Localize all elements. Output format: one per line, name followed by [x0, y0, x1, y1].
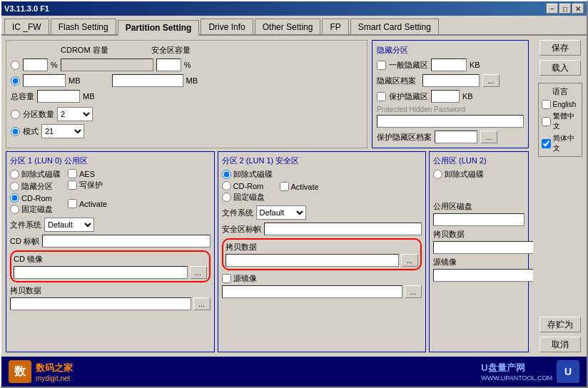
protect-file-browse[interactable]: ...	[480, 131, 497, 143]
cdrom-radio1[interactable]	[11, 61, 20, 70]
lun1-safety-label-input[interactable]	[264, 223, 422, 235]
hidden-file-label: 隐藏区档案	[377, 76, 420, 86]
lang-title: 语言	[542, 86, 579, 97]
protect-file-input[interactable]	[435, 131, 477, 143]
mode-label: 模式	[23, 126, 39, 137]
tab-flash-setting[interactable]: Flash Setting	[51, 19, 116, 34]
lun0-fs-select[interactable]: Default	[44, 218, 94, 232]
close-button[interactable]: ✕	[572, 4, 584, 14]
lun1-copy-data-input[interactable]	[225, 254, 400, 267]
protected-password-input[interactable]	[377, 115, 524, 128]
lun1-fixed-label: 固定磁盘	[233, 192, 265, 203]
cdrom-radio2[interactable]	[11, 76, 20, 86]
lun2-removable-label: 卸除式磁碟	[445, 169, 484, 180]
tab-drive-info[interactable]: Drive Info	[201, 19, 253, 34]
lun1-fs-select[interactable]: Default	[256, 205, 306, 220]
tab-partition-setting[interactable]: Partition Setting	[118, 20, 200, 36]
title-bar: V3.11.3.0 F1 − □ ✕	[1, 1, 587, 16]
cdrom-percent1[interactable]	[23, 58, 48, 71]
save-as-button[interactable]: 存贮为	[539, 317, 581, 332]
kb-unit1: KB	[470, 61, 480, 69]
total-capacity[interactable]	[37, 90, 80, 103]
lun0-copy-data-input[interactable]	[10, 297, 191, 310]
hidden-file-input[interactable]	[422, 74, 480, 87]
simplified-label: 简体中文	[553, 133, 579, 153]
lun0-aes-label: AES	[79, 170, 95, 178]
lun0-cd-label-input[interactable]	[42, 235, 211, 247]
total-unit: MB	[83, 92, 95, 101]
general-hidden-check[interactable]	[377, 61, 386, 70]
partition-count-select[interactable]: 2	[57, 107, 93, 121]
mode-select[interactable]: 21	[41, 124, 84, 138]
cdrom-mb2[interactable]	[112, 74, 183, 87]
lun0-cd-image-input[interactable]	[14, 266, 188, 279]
cancel-button[interactable]: 取消	[539, 337, 581, 352]
lun1-safety-label: 安全区标帜	[222, 224, 261, 235]
percent-unit2: %	[184, 61, 191, 69]
protect-hidden-kb[interactable]	[431, 90, 460, 103]
save-button[interactable]: 保存	[539, 40, 581, 56]
lun1-source-input[interactable]	[222, 285, 403, 298]
english-check[interactable]	[542, 100, 551, 109]
tab-other-setting[interactable]: Other Setting	[255, 19, 321, 34]
lun2-title: 公用区 (LUN 2)	[433, 155, 524, 166]
load-button[interactable]: 载入	[539, 60, 581, 76]
lun2-source-label: 源镜像	[433, 257, 524, 267]
lun0-write-protect-check[interactable]	[68, 180, 77, 190]
tab-fp[interactable]: FP	[322, 19, 348, 34]
general-hidden-kb[interactable]	[431, 58, 467, 71]
lun1-cdrom-radio[interactable]	[222, 181, 231, 190]
logo-left-text: 数码之家	[36, 362, 73, 374]
lun0-copy-data-label: 拷贝数据	[10, 285, 211, 296]
lun0-hidden-radio[interactable]	[10, 182, 19, 191]
kb-unit2: KB	[462, 92, 473, 101]
logo-right-text: U盘量产网	[481, 362, 552, 374]
lun1-source-check[interactable]	[222, 274, 231, 283]
partition-count-radio[interactable]	[11, 110, 20, 119]
cdrom-mb1[interactable]	[23, 74, 66, 87]
logo-right-area: U盘量产网 WWW.UPANTOOL.COM U	[481, 360, 579, 383]
lun0-title: 分区 1 (LUN 0) 公用区	[10, 155, 211, 166]
site-right-text: WWW.UPANTOOL.COM	[481, 374, 552, 382]
partition-count-label: 分区数量	[23, 109, 54, 120]
lun0-cd-image-browse[interactable]: ...	[190, 266, 207, 279]
lun2-public-disk-label: 公用区磁盘	[433, 201, 524, 212]
lun0-cdrom-radio[interactable]	[10, 193, 19, 203]
hidden-file-browse[interactable]: ...	[482, 74, 500, 87]
tab-smart-card[interactable]: Smart Card Setting	[350, 19, 439, 34]
minimize-button[interactable]: −	[547, 4, 558, 14]
lun0-cd-image-label: CD 镜像	[14, 254, 207, 265]
lun1-copy-browse[interactable]: ...	[401, 254, 418, 267]
maximize-button[interactable]: □	[559, 4, 571, 14]
lun2-copy-data-input[interactable]	[433, 241, 533, 254]
protect-hidden-check[interactable]	[377, 92, 386, 101]
total-label: 总容量	[11, 91, 34, 102]
lun1-title: 分区 2 (LUN 1) 安全区	[222, 155, 422, 166]
lun1-removable-label: 卸除式磁碟	[233, 169, 273, 180]
lun2-removable-radio[interactable]	[433, 170, 442, 179]
progress-bar	[61, 58, 153, 71]
logo-left-area: 数 数码之家 mydigit.net	[9, 360, 73, 383]
lun0-fs-label: 文件系统	[10, 220, 41, 230]
lun0-fixed-label: 固定磁盘	[21, 204, 53, 215]
lun0-copy-browse[interactable]: ...	[193, 297, 211, 310]
lun1-removable-radio[interactable]	[222, 170, 231, 179]
lun0-aes-check[interactable]	[68, 169, 77, 178]
lun1-source-browse[interactable]: ...	[405, 285, 422, 298]
mb-unit1: MB	[69, 76, 81, 85]
lun2-source-input[interactable]	[433, 269, 533, 282]
tab-ic-fw[interactable]: IC _FW	[4, 19, 49, 34]
lun0-removable-radio[interactable]	[10, 170, 19, 179]
mode-radio[interactable]	[11, 127, 20, 136]
lun0-activate-check[interactable]	[68, 199, 77, 208]
tab-bar: IC _FW Flash Setting Partition Setting D…	[1, 16, 587, 36]
lun1-fixed-radio[interactable]	[222, 193, 231, 202]
traditional-check[interactable]	[542, 117, 551, 126]
simplified-check[interactable]	[542, 139, 551, 148]
site-left-text: mydigit.net	[36, 374, 73, 382]
lun2-public-disk-input[interactable]	[433, 213, 524, 226]
lun1-cdrom-label: CD-Rom	[233, 182, 264, 190]
lun0-fixed-radio[interactable]	[10, 205, 19, 214]
lun1-activate-check[interactable]	[280, 182, 289, 191]
cdrom-percent2[interactable]	[156, 58, 181, 71]
